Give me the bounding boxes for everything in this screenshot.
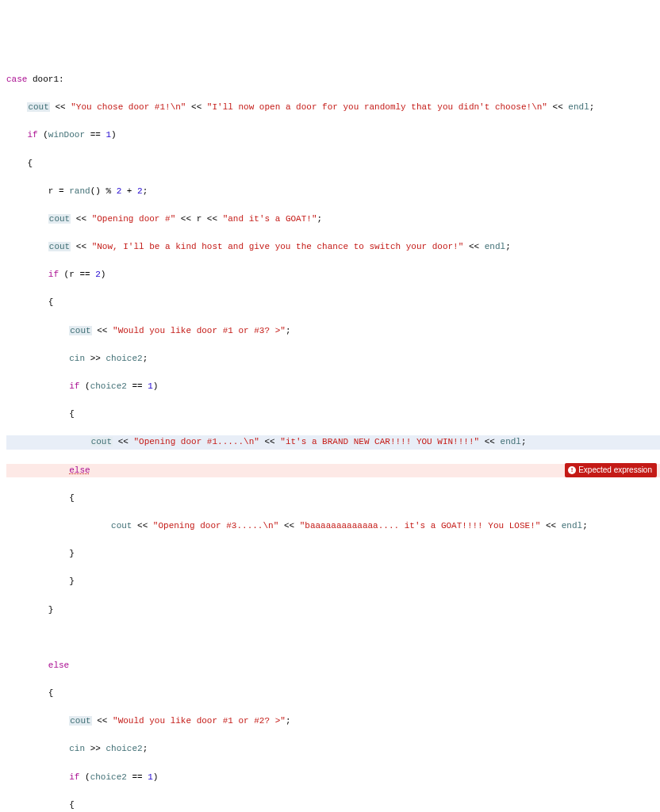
code-line xyxy=(6,631,660,645)
code-line: { xyxy=(6,687,660,701)
code-line: cout << "Opening door #" << r << "and it… xyxy=(6,213,660,227)
code-editor[interactable]: case door1: cout << "You chose door #1!\… xyxy=(0,56,660,812)
code-line: { xyxy=(6,408,660,422)
code-line: else xyxy=(6,659,660,673)
code-line: if (choice2 == 1) xyxy=(6,771,660,785)
code-line: { xyxy=(6,157,660,171)
keyword-case: case xyxy=(6,75,27,84)
code-line: r = rand() % 2 + 2; xyxy=(6,185,660,199)
code-line: cout << "You chose door #1!\n" << "I'll … xyxy=(6,101,660,115)
code-line: cin >> choice2; xyxy=(6,742,660,756)
code-line: } xyxy=(6,547,660,561)
code-line: cout << "Now, I'll be a kind host and gi… xyxy=(6,240,660,255)
code-line: cout << "Would you like door #1 or #2? >… xyxy=(6,714,660,729)
code-line: if (choice2 == 1) xyxy=(6,380,660,394)
code-line-highlighted: cout << "Opening door #1.....\n" << "it'… xyxy=(6,435,660,450)
error-badge[interactable]: Expected expression xyxy=(565,463,657,477)
code-line: } xyxy=(6,575,660,589)
code-line: if (winDoor == 1) xyxy=(6,128,660,143)
code-line: cout << "Opening door #3.....\n" << "baa… xyxy=(6,519,660,534)
code-line: { xyxy=(6,296,660,310)
code-line: { xyxy=(6,799,660,812)
code-line: cin >> choice2; xyxy=(6,352,660,366)
code-line: if (r == 2) xyxy=(6,268,660,282)
code-line: cout << "Would you like door #1 or #3? >… xyxy=(6,324,660,339)
error-text: Expected expression xyxy=(578,464,652,477)
code-line: case door1: xyxy=(6,73,660,87)
code-line-error: elseExpected expression xyxy=(6,464,660,478)
code-line: { xyxy=(6,492,660,506)
code-line: } xyxy=(6,603,660,618)
